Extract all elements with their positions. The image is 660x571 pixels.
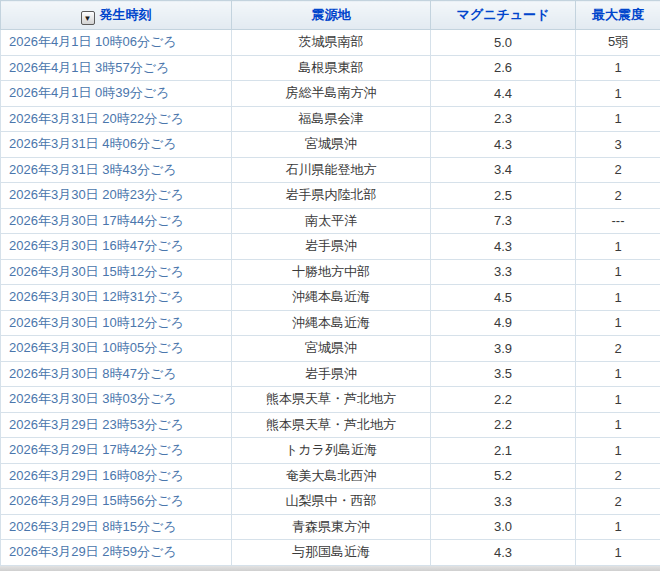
earthquake-table-row: 2026年3月30日 16時47分ごろ 岩手県沖 4.3 1 xyxy=(1,234,660,260)
quake-time-cell: 2026年3月29日 15時56分ごろ xyxy=(1,489,232,515)
quake-intensity-cell: 1 xyxy=(576,259,660,285)
quake-intensity-cell: 1 xyxy=(576,514,660,540)
quake-epicenter-cell: トカラ列島近海 xyxy=(232,438,431,464)
quake-time-link[interactable]: 2026年3月30日 3時03分ごろ xyxy=(9,391,177,406)
quake-magnitude-cell: 3.9 xyxy=(431,336,576,362)
earthquake-table-row: 2026年3月29日 2時59分ごろ 与那国島近海 4.3 1 xyxy=(1,540,660,566)
quake-magnitude-cell: 3.3 xyxy=(431,489,576,515)
earthquake-table-row: 2026年3月31日 3時43分ごろ 石川県能登地方 3.4 2 xyxy=(1,157,660,183)
earthquake-table-row: 2026年3月30日 17時44分ごろ 南太平洋 7.3 --- xyxy=(1,208,660,234)
quake-time-cell: 2026年3月30日 8時47分ごろ xyxy=(1,361,232,387)
quake-epicenter-cell: 青森県東方沖 xyxy=(232,514,431,540)
quake-time-cell: 2026年3月29日 16時08分ごろ xyxy=(1,463,232,489)
earthquake-history-page: ▼ 発生時刻 震源地 マグニチュード 最大震度 2026年4月1日 10時06分… xyxy=(0,0,660,571)
table-header-row: ▼ 発生時刻 震源地 マグニチュード 最大震度 xyxy=(1,1,660,30)
quake-time-link[interactable]: 2026年3月30日 15時12分ごろ xyxy=(9,264,184,279)
quake-epicenter-cell: 南太平洋 xyxy=(232,208,431,234)
column-header-time-label: 発生時刻 xyxy=(100,7,152,22)
quake-time-link[interactable]: 2026年4月1日 10時06分ごろ xyxy=(9,34,177,49)
quake-time-link[interactable]: 2026年3月31日 4時06分ごろ xyxy=(9,136,177,151)
earthquake-table-row: 2026年3月31日 20時22分ごろ 福島県会津 2.3 1 xyxy=(1,106,660,132)
earthquake-table-row: 2026年3月30日 12時31分ごろ 沖縄本島近海 4.5 1 xyxy=(1,285,660,311)
quake-intensity-cell: 1 xyxy=(576,55,660,81)
quake-epicenter-cell: 熊本県天草・芦北地方 xyxy=(232,387,431,413)
quake-time-link[interactable]: 2026年3月29日 17時42分ごろ xyxy=(9,442,184,457)
quake-time-cell: 2026年3月30日 10時05分ごろ xyxy=(1,336,232,362)
quake-magnitude-cell: 4.3 xyxy=(431,234,576,260)
bottom-strip xyxy=(0,566,660,571)
column-header-magnitude: マグニチュード xyxy=(431,1,576,30)
earthquake-table-row: 2026年4月1日 3時57分ごろ 島根県東部 2.6 1 xyxy=(1,55,660,81)
earthquake-table-row: 2026年4月1日 10時06分ごろ 茨城県南部 5.0 5弱 xyxy=(1,30,660,56)
earthquake-table-row: 2026年3月30日 10時12分ごろ 沖縄本島近海 4.9 1 xyxy=(1,310,660,336)
quake-magnitude-cell: 4.3 xyxy=(431,132,576,158)
quake-magnitude-cell: 7.3 xyxy=(431,208,576,234)
quake-epicenter-cell: 房総半島南方沖 xyxy=(232,81,431,107)
quake-time-cell: 2026年3月30日 12時31分ごろ xyxy=(1,285,232,311)
quake-magnitude-cell: 2.2 xyxy=(431,387,576,413)
quake-magnitude-cell: 2.2 xyxy=(431,412,576,438)
quake-magnitude-cell: 4.5 xyxy=(431,285,576,311)
quake-time-link[interactable]: 2026年3月30日 10時05分ごろ xyxy=(9,340,184,355)
quake-time-cell: 2026年4月1日 0時39分ごろ xyxy=(1,81,232,107)
quake-time-cell: 2026年3月31日 4時06分ごろ xyxy=(1,132,232,158)
quake-epicenter-cell: 熊本県天草・芦北地方 xyxy=(232,412,431,438)
quake-magnitude-cell: 4.9 xyxy=(431,310,576,336)
quake-time-link[interactable]: 2026年3月30日 10時12分ごろ xyxy=(9,315,184,330)
quake-intensity-cell: --- xyxy=(576,208,660,234)
quake-time-link[interactable]: 2026年3月29日 23時53分ごろ xyxy=(9,417,184,432)
quake-magnitude-cell: 3.5 xyxy=(431,361,576,387)
quake-time-cell: 2026年3月30日 20時23分ごろ xyxy=(1,183,232,209)
earthquake-list-table: ▼ 発生時刻 震源地 マグニチュード 最大震度 2026年4月1日 10時06分… xyxy=(0,0,660,566)
quake-time-link[interactable]: 2026年3月30日 12時31分ごろ xyxy=(9,289,184,304)
quake-time-cell: 2026年3月29日 23時53分ごろ xyxy=(1,412,232,438)
earthquake-table-row: 2026年3月29日 17時42分ごろ トカラ列島近海 2.1 1 xyxy=(1,438,660,464)
quake-intensity-cell: 1 xyxy=(576,387,660,413)
quake-time-cell: 2026年3月31日 3時43分ごろ xyxy=(1,157,232,183)
earthquake-table-body: 2026年4月1日 10時06分ごろ 茨城県南部 5.0 5弱 2026年4月1… xyxy=(1,30,660,566)
earthquake-table-row: 2026年3月30日 8時47分ごろ 岩手県沖 3.5 1 xyxy=(1,361,660,387)
quake-time-link[interactable]: 2026年3月30日 8時47分ごろ xyxy=(9,366,177,381)
quake-time-link[interactable]: 2026年3月30日 16時47分ごろ xyxy=(9,238,184,253)
quake-epicenter-cell: 沖縄本島近海 xyxy=(232,285,431,311)
earthquake-table-row: 2026年3月31日 4時06分ごろ 宮城県沖 4.3 3 xyxy=(1,132,660,158)
column-header-epicenter-label: 震源地 xyxy=(312,7,351,22)
quake-time-link[interactable]: 2026年3月31日 20時22分ごろ xyxy=(9,111,184,126)
quake-intensity-cell: 2 xyxy=(576,157,660,183)
quake-epicenter-cell: 島根県東部 xyxy=(232,55,431,81)
quake-time-link[interactable]: 2026年3月29日 8時15分ごろ xyxy=(9,519,177,534)
quake-time-link[interactable]: 2026年4月1日 0時39分ごろ xyxy=(9,85,169,100)
quake-intensity-cell: 1 xyxy=(576,285,660,311)
quake-time-link[interactable]: 2026年4月1日 3時57分ごろ xyxy=(9,60,169,75)
quake-time-cell: 2026年3月29日 2時59分ごろ xyxy=(1,540,232,566)
quake-magnitude-cell: 3.4 xyxy=(431,157,576,183)
column-header-max-intensity-label: 最大震度 xyxy=(592,7,644,22)
quake-time-link[interactable]: 2026年3月31日 3時43分ごろ xyxy=(9,162,177,177)
quake-magnitude-cell: 4.4 xyxy=(431,81,576,107)
quake-intensity-cell: 3 xyxy=(576,132,660,158)
quake-epicenter-cell: 岩手県沖 xyxy=(232,234,431,260)
quake-time-cell: 2026年4月1日 3時57分ごろ xyxy=(1,55,232,81)
quake-magnitude-cell: 3.0 xyxy=(431,514,576,540)
quake-epicenter-cell: 岩手県沖 xyxy=(232,361,431,387)
quake-epicenter-cell: 石川県能登地方 xyxy=(232,157,431,183)
earthquake-table-row: 2026年3月29日 15時56分ごろ 山梨県中・西部 3.3 2 xyxy=(1,489,660,515)
quake-time-link[interactable]: 2026年3月29日 2時59分ごろ xyxy=(9,544,177,559)
earthquake-table-row: 2026年3月29日 8時15分ごろ 青森県東方沖 3.0 1 xyxy=(1,514,660,540)
quake-intensity-cell: 1 xyxy=(576,310,660,336)
quake-epicenter-cell: 山梨県中・西部 xyxy=(232,489,431,515)
quake-time-link[interactable]: 2026年3月30日 20時23分ごろ xyxy=(9,187,184,202)
quake-epicenter-cell: 与那国島近海 xyxy=(232,540,431,566)
quake-time-cell: 2026年3月30日 3時03分ごろ xyxy=(1,387,232,413)
quake-magnitude-cell: 2.1 xyxy=(431,438,576,464)
quake-time-cell: 2026年3月30日 17時44分ごろ xyxy=(1,208,232,234)
quake-time-link[interactable]: 2026年3月29日 16時08分ごろ xyxy=(9,468,184,483)
sort-descending-icon: ▼ xyxy=(84,14,92,23)
sort-descending-button[interactable]: ▼ xyxy=(81,11,95,25)
quake-intensity-cell: 2 xyxy=(576,489,660,515)
quake-time-link[interactable]: 2026年3月30日 17時44分ごろ xyxy=(9,213,184,228)
column-header-time[interactable]: ▼ 発生時刻 xyxy=(1,1,232,30)
quake-time-cell: 2026年3月29日 17時42分ごろ xyxy=(1,438,232,464)
quake-time-link[interactable]: 2026年3月29日 15時56分ごろ xyxy=(9,493,184,508)
quake-intensity-cell: 1 xyxy=(576,540,660,566)
